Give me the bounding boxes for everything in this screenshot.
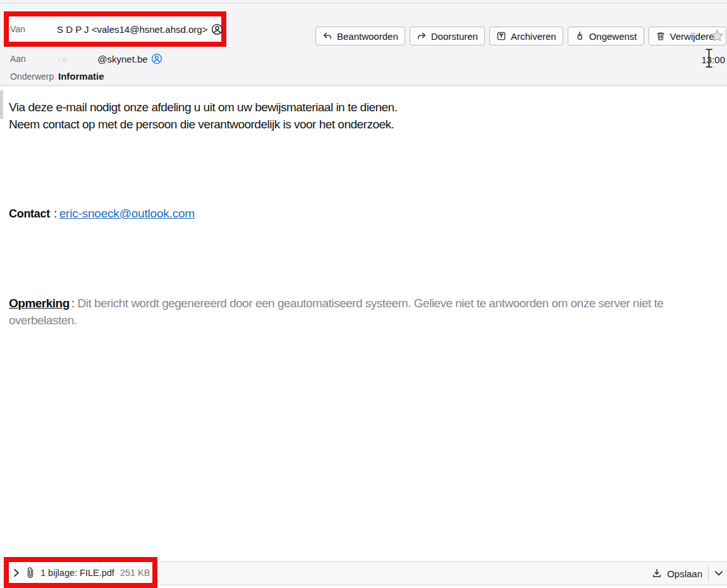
note-separator: : [71,297,75,310]
reply-button[interactable]: Beantwoorden [315,27,405,46]
junk-flame-icon [575,31,585,41]
message-toolbar: Beantwoorden Doorsturen [315,27,727,46]
archive-button-label: Archiveren [511,31,556,42]
text-cursor-ibeam [704,48,714,68]
message-body: Via deze e-mail nodigt onze afdeling u u… [0,86,727,561]
download-icon [652,568,662,579]
star-icon[interactable] [710,28,724,43]
forward-icon [417,31,427,41]
archive-icon [496,31,506,41]
attachment-expander-chevron-right-icon[interactable] [13,568,20,577]
save-button-divider [708,565,709,582]
subject-label: Onderwerp [10,71,58,82]
to-address[interactable]: @skynet.be [97,54,147,64]
intro-paragraph: Via deze e-mail nodigt onze afdeling u u… [9,99,397,133]
scrollbar-remnant[interactable] [0,90,3,119]
annotation-highlight-attachment: 1 bijlage: FILE.pdf 251 KB [4,557,157,588]
to-value[interactable]: ra-.. -.. @skynet.be [58,53,162,64]
window-top-divider [0,0,727,4]
to-address-redacted: ra-.. -.. [58,54,94,64]
trash-icon [656,31,666,41]
forward-button-label: Doorsturen [431,31,478,42]
save-menu-chevron-down-icon[interactable] [714,570,723,577]
contact-label: Contact [9,207,50,220]
note-label: Opmerking [9,297,70,310]
junk-button-label: Ongewenst [589,31,637,42]
attachment-save-group: Opslaan [652,562,723,585]
attachment-size: 251 KB [120,568,150,578]
contact-line: Contact:eric-snoeck@outlook.com [9,205,195,223]
save-attachment-button[interactable]: Opslaan [652,568,702,579]
message-header-panel: Van S D P J <vales14@hsnet.ahsd.org> Aan… [0,4,727,86]
note-text: Dit bericht wordt gegenereerd door een g… [9,297,663,327]
save-attachment-label: Opslaan [667,568,702,579]
note-paragraph: Opmerking:Dit bericht wordt gegenereerd … [9,295,724,329]
subject-row: Onderwerp Informatie [10,71,104,82]
from-value[interactable]: S D P J <vales14@hsnet.ahsd.org> [57,23,223,35]
paperclip-icon [26,567,35,579]
to-label: Aan [10,54,58,64]
from-address[interactable]: S D P J <vales14@hsnet.ahsd.org> [57,24,207,35]
subject-value: Informatie [58,71,104,82]
intro-line-2: Neem contact op met de persoon die veran… [9,116,397,133]
intro-line-1: Via deze e-mail nodigt onze afdeling u u… [9,99,397,116]
reply-button-label: Beantwoorden [337,31,398,42]
email-message-view: Van S D P J <vales14@hsnet.ahsd.org> Aan… [0,0,727,588]
archive-button[interactable]: Archiveren [489,27,563,46]
contact-email-link[interactable]: eric-snoeck@outlook.com [59,207,195,220]
person-circle-icon[interactable] [211,23,223,35]
reply-icon [322,31,333,41]
junk-button[interactable]: Ongewenst [568,27,644,46]
contact-separator: : [54,207,57,220]
from-label: Van [9,24,57,34]
person-circle-icon-blue[interactable] [151,53,162,64]
attachment-summary[interactable]: 1 bijlage: FILE.pdf [40,568,114,578]
forward-button[interactable]: Doorsturen [410,27,485,46]
to-row: Aan ra-.. -.. @skynet.be [10,53,162,64]
annotation-highlight-from: Van S D P J <vales14@hsnet.ahsd.org> [4,11,226,47]
